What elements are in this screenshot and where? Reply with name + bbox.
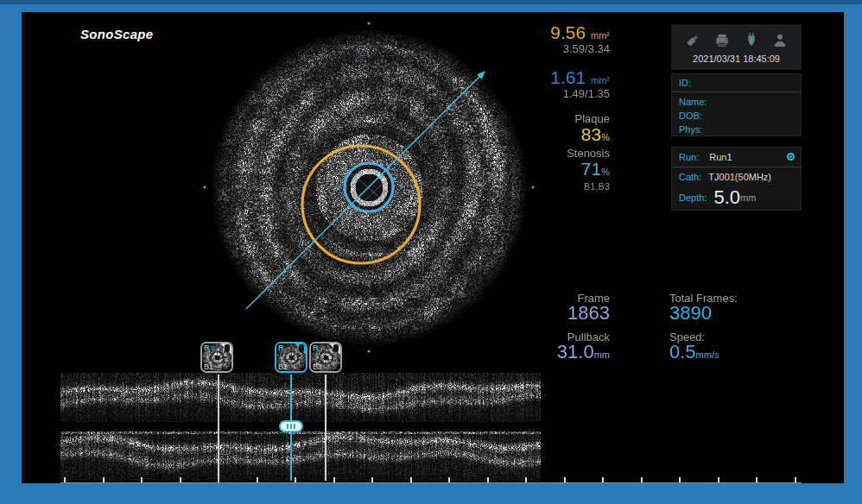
bookmark-id: B3 [313, 362, 322, 371]
ruler-tick [525, 477, 527, 482]
ruler-tick [448, 477, 450, 482]
ruler-tick [487, 477, 489, 482]
brand-logo: SonoScape [80, 27, 153, 41]
ruler-tick [333, 477, 335, 482]
depth-row: Depth: 5.0mm [672, 186, 801, 210]
usb-drive-icon[interactable] [683, 32, 702, 49]
ruler-tick [602, 477, 604, 482]
longitudinal-view-bottom[interactable] [60, 432, 541, 481]
catheter-row: Cath: TJ001(50MHz) [672, 167, 801, 186]
ruler-tick [295, 477, 296, 482]
ruler-tick [641, 477, 643, 482]
patient-panel: ID: Name: DOB: Phys: [671, 73, 802, 136]
bookmark-marker-line-b3[interactable] [325, 375, 326, 481]
frame-scrub-handle[interactable] [279, 420, 303, 432]
ruler-tick [756, 477, 757, 482]
toolbar-icons [672, 25, 801, 53]
ruler-tick [257, 477, 258, 482]
vessel-diameter-line-2 [331, 170, 392, 238]
cath-label: Cath: [679, 172, 701, 182]
bookmark-marker-line-b1[interactable] [218, 375, 219, 481]
frame-value: 1863 [506, 302, 610, 324]
vessel-diameter-line-1 [329, 173, 393, 236]
user-icon[interactable] [770, 32, 789, 49]
ruler-tick [103, 477, 105, 482]
depth-label: Depth: [679, 192, 707, 203]
bookmark-r-marker: R [204, 343, 210, 352]
bookmark-id: B2 [278, 362, 288, 371]
ruler-tick [410, 477, 412, 482]
stenosis-reference-bookmarks: B1,B3 [584, 181, 610, 192]
bookmark-thumb-b3[interactable]: R B3 [309, 342, 342, 373]
printer-icon[interactable] [713, 32, 732, 49]
ivus-overlay [203, 22, 535, 353]
total-frames-value: 3890 [669, 302, 712, 324]
measurement-column: 9.56 mm² 3.59/3.34 1.61 mm² 1.49/1.35 Pl… [506, 22, 610, 221]
lumen-area-value: 1.61 mm² [550, 67, 610, 88]
bookmark-thumb-b1[interactable]: R B1 [200, 342, 233, 373]
ruler-tick [141, 477, 143, 482]
bookmark-tag-icon [299, 344, 304, 352]
ruler-tick [795, 477, 796, 482]
bookmark-tag-icon [225, 344, 230, 352]
run-label: Run: [679, 152, 699, 162]
patient-phys-field[interactable]: Phys: [672, 123, 801, 136]
bookmark-r-marker: R [278, 343, 284, 352]
bookmark-thumb-b2[interactable]: R B2 [275, 342, 307, 373]
vessel-diameters: 3.59/3.34 [563, 42, 610, 55]
bookmark-id: B1 [204, 362, 213, 371]
ivus-cross-section[interactable] [203, 22, 535, 353]
run-info-icon[interactable] [787, 153, 795, 161]
ruler-tick [679, 477, 681, 482]
vessel-area-value: 9.56 mm² [550, 22, 610, 43]
cath-value: TJ001(50MHz) [708, 172, 771, 182]
bookmark-r-marker: R [313, 343, 319, 352]
ruler-tick [64, 477, 66, 482]
longitudinal-view-top[interactable] [60, 373, 541, 422]
pullback-value: 31.0mm [506, 341, 610, 363]
stenosis-label: Stenosis [567, 147, 610, 160]
run-selector[interactable]: Run: Run1 [672, 148, 801, 167]
measure-line[interactable] [246, 75, 481, 309]
run-value: Run1 [709, 152, 732, 162]
toolbar-panel: 2021/03/31 18:45:09 [671, 24, 802, 70]
plaque-value: 83% [581, 124, 610, 145]
app-frame: SonoScape 9.56 mm² 3.59/3.34 1.61 mm² 1.… [0, 0, 862, 504]
ruler-tick [718, 477, 719, 482]
patient-id-field[interactable]: ID: [672, 74, 801, 92]
datetime: 2021/03/31 18:45:09 [672, 54, 801, 64]
speed-value: 0.5mm/s [669, 341, 719, 363]
ruler-tick [564, 477, 566, 482]
plaque-label: Plaque [575, 112, 610, 125]
probe-power-icon[interactable] [743, 32, 760, 49]
bookmark-tag-icon [333, 344, 339, 352]
patient-name-field[interactable]: Name: [672, 95, 801, 109]
screen: SonoScape 9.56 mm² 3.59/3.34 1.61 mm² 1.… [22, 12, 844, 483]
ruler-tick [180, 477, 181, 482]
stenosis-value: 71% [581, 159, 610, 180]
depth-value: 5.0 [713, 186, 740, 209]
patient-dob-field[interactable]: DOB: [672, 109, 801, 123]
pullback-ruler [60, 477, 802, 483]
run-panel: Run: Run1 Cath: TJ001(50MHz) Depth: 5.0m… [671, 147, 802, 211]
ruler-baseline [60, 482, 802, 483]
ruler-tick [371, 477, 373, 482]
lumen-diameters: 1.49/1.35 [563, 87, 610, 100]
